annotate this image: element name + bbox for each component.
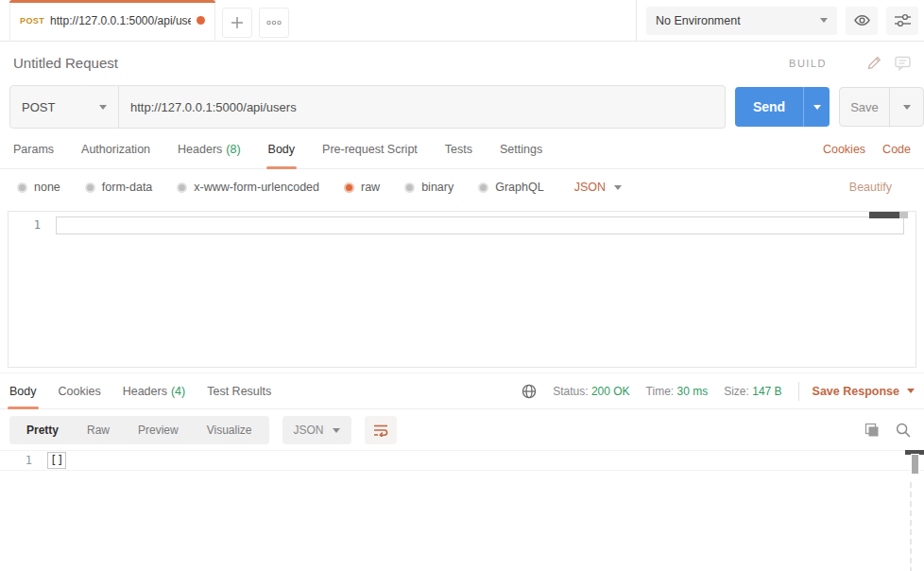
size-value: 147 B	[752, 385, 781, 398]
scrollbar-thumb[interactable]	[869, 212, 899, 218]
tab-label: Params	[13, 143, 54, 156]
scrollbar-thumb[interactable]	[911, 454, 919, 475]
radio-icon	[404, 182, 415, 193]
request-title-row: Untitled Request BUILD	[0, 42, 924, 84]
response-scrollbar[interactable]	[905, 450, 924, 571]
tab-label: Body	[268, 143, 296, 156]
body-type-label: raw	[361, 181, 380, 194]
beautify-link[interactable]: Beautify	[849, 181, 892, 194]
chevron-down-icon	[820, 18, 828, 23]
code-link[interactable]: Code	[882, 130, 911, 168]
tab-method-label: POST	[20, 16, 44, 26]
body-type-none[interactable]: none	[17, 181, 60, 194]
rename-request-button[interactable]	[866, 56, 881, 71]
http-method-selector[interactable]: POST	[9, 85, 119, 129]
save-response-button[interactable]: Save Response	[813, 385, 915, 398]
time-pair: Time: 30 ms	[646, 385, 709, 398]
radio-icon	[17, 182, 27, 193]
pencil-icon	[866, 56, 881, 71]
tab-headers[interactable]: Headers (8)	[178, 130, 241, 168]
body-type-row: none form-data x-www-form-urlencoded raw…	[0, 169, 924, 205]
build-mode-label: BUILD	[789, 58, 827, 69]
save-button[interactable]: Save	[840, 88, 889, 126]
postman-window: POST http://127.0.0.1:5000/api/users No …	[0, 0, 924, 571]
editor-line-number: 1	[9, 218, 56, 232]
body-type-x-www-form-urlencoded[interactable]: x-www-form-urlencoded	[177, 181, 319, 194]
request-tab-bar: POST http://127.0.0.1:5000/api/users No …	[0, 0, 924, 42]
open-request-tab[interactable]: POST http://127.0.0.1:5000/api/users	[9, 0, 215, 41]
new-tab-button[interactable]	[222, 8, 252, 38]
network-info-button[interactable]	[522, 384, 537, 399]
size-pair: Size: 147 B	[724, 385, 781, 398]
unsaved-changes-dot	[197, 16, 205, 25]
plus-icon	[231, 16, 244, 29]
environment-quick-look-button[interactable]	[846, 7, 878, 35]
raw-language-selector[interactable]: JSON	[574, 181, 622, 194]
chevron-down-icon	[333, 428, 340, 433]
view-preview[interactable]: Preview	[124, 420, 193, 441]
send-button[interactable]: Send	[735, 87, 803, 127]
response-language-label: JSON	[294, 424, 324, 437]
tab-pre-request-script[interactable]: Pre-request Script	[322, 130, 418, 168]
environment-settings-button[interactable]	[886, 7, 918, 35]
response-tab-body[interactable]: Body	[9, 373, 37, 408]
tab-label: Body	[9, 385, 37, 398]
editor-text-area[interactable]	[56, 216, 904, 234]
request-body-editor: 1	[8, 211, 916, 368]
raw-language-label: JSON	[574, 181, 606, 194]
environment-selected-label: No Environment	[656, 14, 820, 27]
editor-scrollbar[interactable]	[869, 212, 908, 218]
radio-selected-icon	[344, 182, 354, 193]
cookies-link[interactable]: Cookies	[823, 130, 865, 168]
response-body-viewer: 1 []	[0, 450, 924, 571]
status-value: 200 OK	[591, 385, 630, 398]
tab-params[interactable]: Params	[13, 130, 54, 168]
response-tabs-spacer	[293, 373, 522, 408]
search-response-button[interactable]	[896, 423, 911, 438]
active-tab-indicator	[9, 0, 215, 3]
response-json-content[interactable]: []	[47, 452, 66, 469]
body-type-form-data[interactable]: form-data	[85, 181, 153, 194]
more-dots-icon	[266, 20, 282, 26]
response-tab-cookies[interactable]: Cookies	[59, 373, 101, 408]
tab-settings[interactable]: Settings	[500, 130, 542, 168]
tab-tests[interactable]: Tests	[445, 130, 472, 168]
radio-icon	[177, 182, 187, 193]
wrap-lines-button[interactable]	[365, 416, 397, 444]
send-options-button[interactable]	[803, 87, 830, 127]
tab-body[interactable]: Body	[268, 130, 296, 168]
response-language-selector[interactable]: JSON	[282, 416, 351, 444]
view-visualize[interactable]: Visualize	[193, 420, 266, 441]
body-type-graphql[interactable]: GraphQL	[478, 181, 543, 194]
tab-label: Cookies	[59, 385, 101, 398]
tab-options-button[interactable]	[259, 8, 289, 38]
response-tab-test-results[interactable]: Test Results	[207, 373, 271, 408]
chevron-down-icon	[99, 105, 107, 110]
view-raw[interactable]: Raw	[73, 420, 124, 441]
request-section-tabs: Params Authorization Headers (8) Body Pr…	[0, 130, 924, 169]
copy-response-button[interactable]	[864, 423, 880, 438]
comments-button[interactable]	[895, 56, 911, 71]
sliders-icon	[895, 13, 911, 27]
chevron-down-icon	[903, 105, 911, 110]
scrollbar-track-guide	[910, 482, 912, 571]
wrap-text-icon	[373, 424, 388, 437]
body-type-raw[interactable]: raw	[344, 181, 380, 194]
http-method-label: POST	[22, 100, 99, 114]
response-section-tabs: Body Cookies Headers (4) Test Results	[0, 373, 924, 409]
response-view-switcher: Pretty Raw Preview Visualize	[9, 416, 269, 444]
response-tab-headers[interactable]: Headers (4)	[123, 373, 186, 408]
headers-count-badge: (8)	[226, 143, 240, 156]
body-type-binary[interactable]: binary	[404, 181, 453, 194]
environment-group: No Environment	[637, 0, 924, 41]
scrollbar-track	[899, 212, 908, 218]
save-options-button[interactable]	[889, 88, 923, 126]
radio-icon	[478, 182, 488, 193]
environment-selector[interactable]: No Environment	[646, 7, 837, 35]
search-icon	[896, 423, 911, 438]
view-pretty[interactable]: Pretty	[12, 420, 73, 441]
tab-authorization[interactable]: Authorization	[81, 130, 150, 168]
request-url-input[interactable]	[119, 85, 726, 129]
response-meta: Status: 200 OK Time: 30 ms Size: 147 B S…	[522, 373, 915, 408]
tab-url-label: http://127.0.0.1:5000/api/users	[50, 14, 191, 27]
